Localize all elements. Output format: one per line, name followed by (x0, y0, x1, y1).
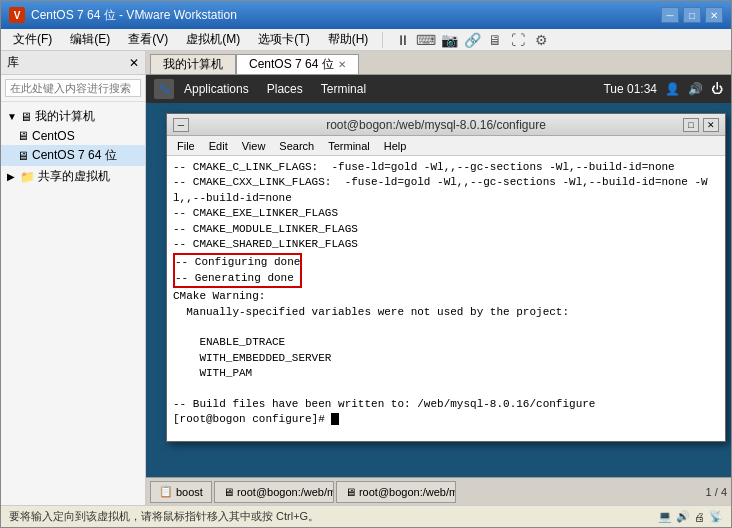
term-line-generating: -- Generating done (175, 271, 300, 286)
menu-view[interactable]: 查看(V) (120, 29, 176, 50)
vm-clock: Tue 01:34 (603, 82, 657, 96)
vm-taskbar-bottom: 📋 boost 🖥 root@bogon:/web/mysql-8.0.16/.… (146, 477, 731, 505)
term-line-blank1 (173, 320, 719, 335)
term-line-6: -- CMAKE_SHARED_LINKER_FLAGS (173, 237, 719, 252)
tab-my-computer-label: 我的计算机 (163, 56, 223, 73)
terminal-titlebar: ─ root@bogon:/web/mysql-8.0.16/configure… (167, 114, 725, 136)
tree-item-centos[interactable]: 🖥 CentOS (1, 127, 145, 145)
term-line-pam: WITH_PAM (173, 366, 719, 381)
term-line-build: -- Build files have been written to: /we… (173, 397, 719, 412)
sidebar-tree: ▼ 🖥 我的计算机 🖥 CentOS 🖥 CentOS 7 64 位 ▶ 📁 共… (1, 102, 145, 505)
vm-power-icon[interactable]: ⏻ (711, 82, 723, 96)
terminal-cursor (331, 413, 339, 425)
status-right: 💻 🔊 🖨 📡 (658, 510, 723, 523)
tab-my-computer[interactable]: 我的计算机 (150, 54, 236, 74)
term-menu-view[interactable]: View (236, 139, 272, 153)
term-menu-file[interactable]: File (171, 139, 201, 153)
tree-item-centos64[interactable]: 🖥 CentOS 7 64 位 (1, 145, 145, 166)
tree-item-shared[interactable]: ▶ 📁 共享的虚拟机 (1, 166, 145, 187)
tree-icon-my-computer: 🖥 (20, 110, 32, 124)
sidebar-title: 库 (7, 54, 19, 71)
taskbar-terminal2-icon: 🖥 (345, 486, 356, 498)
taskbar-btn-boost[interactable]: 📋 boost (150, 481, 212, 503)
network-icon[interactable]: 🔗 (462, 30, 482, 50)
term-line-2: -- CMAKE_CXX_LINK_FLAGS: -fuse-ld=gold -… (173, 175, 719, 190)
send-keys-icon[interactable]: ⌨ (416, 30, 436, 50)
menu-vm[interactable]: 虚拟机(M) (178, 29, 248, 50)
sidebar-close[interactable]: ✕ (129, 56, 139, 70)
status-icon4: 📡 (709, 510, 723, 523)
term-line-1: -- CMAKE_C_LINK_FLAGS: -fuse-ld=gold -Wl… (173, 160, 719, 175)
vm-menu-places[interactable]: Places (259, 80, 311, 98)
menu-help[interactable]: 帮助(H) (320, 29, 377, 50)
tree-item-my-computer[interactable]: ▼ 🖥 我的计算机 (1, 106, 145, 127)
vm-sound-icon: 🔊 (688, 82, 703, 96)
window-controls: ─ □ ✕ (661, 7, 723, 23)
tree-icon-centos: 🖥 (17, 129, 29, 143)
term-line-dtrace: ENABLE_DTRACE (173, 335, 719, 350)
term-line-blank2 (173, 381, 719, 396)
tab-close-icon[interactable]: ✕ (338, 59, 346, 70)
vm-taskbar-top: 🐾 Applications Places Terminal Tue 01:34… (146, 75, 731, 103)
menu-file[interactable]: 文件(F) (5, 29, 60, 50)
sidebar-header: 库 ✕ (1, 51, 145, 75)
taskbar-terminal1-icon: 🖥 (223, 486, 234, 498)
taskbar-btn-terminal2[interactable]: 🖥 root@bogon:/web/mysql-8.0.16/... (336, 481, 456, 503)
term-line-configuring: -- Configuring done (175, 255, 300, 270)
taskbar-btn-terminal1[interactable]: 🖥 root@bogon:/web/mysql-8.0.16/... (214, 481, 334, 503)
vm-app-icon: 🐾 (154, 79, 174, 99)
vm-user-icon: 👤 (665, 82, 680, 96)
settings-icon[interactable]: ⚙ (531, 30, 551, 50)
term-menu-help[interactable]: Help (378, 139, 413, 153)
term-menu-edit[interactable]: Edit (203, 139, 234, 153)
terminal-window: ─ root@bogon:/web/mysql-8.0.16/configure… (166, 113, 726, 442)
tab-centos64[interactable]: CentOS 7 64 位 ✕ (236, 54, 359, 74)
display-icon[interactable]: 🖥 (485, 30, 505, 50)
toolbar-icons: ⏸ ⌨ 📷 🔗 🖥 ⛶ ⚙ (393, 30, 551, 50)
term-close-btn[interactable]: ✕ (703, 118, 719, 132)
close-button[interactable]: ✕ (705, 7, 723, 23)
status-icon3: 🖨 (694, 511, 705, 523)
fullscreen-icon[interactable]: ⛶ (508, 30, 528, 50)
snapshot-icon[interactable]: 📷 (439, 30, 459, 50)
vm-menu-terminal[interactable]: Terminal (313, 80, 374, 98)
taskbar-boost-label: boost (176, 486, 203, 498)
pause-icon[interactable]: ⏸ (393, 30, 413, 50)
tree-label-my-computer: 我的计算机 (35, 108, 95, 125)
sidebar: 库 ✕ ▼ 🖥 我的计算机 🖥 CentOS 🖥 CentOS 7 64 (1, 51, 146, 505)
minimize-button[interactable]: ─ (661, 7, 679, 23)
taskbar-page: 1 / 4 (706, 486, 727, 498)
title-bar: V CentOS 7 64 位 - VMware Workstation ─ □… (1, 1, 731, 29)
status-icon2: 🔊 (676, 510, 690, 523)
vm-app-menu: 🐾 Applications Places Terminal (154, 79, 374, 99)
terminal-body[interactable]: -- CMAKE_C_LINK_FLAGS: -fuse-ld=gold -Wl… (167, 156, 725, 441)
terminal-controls-right: □ ✕ (683, 118, 719, 132)
search-input[interactable] (5, 79, 141, 97)
window-title: CentOS 7 64 位 - VMware Workstation (31, 7, 661, 24)
main-content: 库 ✕ ▼ 🖥 我的计算机 🖥 CentOS 🖥 CentOS 7 64 (1, 51, 731, 505)
maximize-button[interactable]: □ (683, 7, 701, 23)
menu-separator (382, 32, 383, 48)
term-line-manually: Manually-specified variables were not us… (173, 305, 719, 320)
menu-tab[interactable]: 选项卡(T) (250, 29, 317, 50)
vm-menu-applications[interactable]: Applications (176, 80, 257, 98)
term-line-cmake-warning: CMake Warning: (173, 289, 719, 304)
tab-centos64-label: CentOS 7 64 位 (249, 56, 334, 73)
vm-top-right: Tue 01:34 👤 🔊 ⏻ (603, 82, 723, 96)
app-icon: V (9, 7, 25, 23)
tree-label-shared: 共享的虚拟机 (38, 168, 110, 185)
menu-edit[interactable]: 编辑(E) (62, 29, 118, 50)
taskbar-terminal1-label: root@bogon:/web/mysql-8.0.16/... (237, 486, 334, 498)
term-minimize-btn[interactable]: ─ (173, 118, 189, 132)
tree-icon-shared: 📁 (20, 170, 35, 184)
vmware-status-bar: 要将输入定向到该虚拟机，请将鼠标指针移入其中或按 Ctrl+G。 💻 🔊 🖨 📡 (1, 505, 731, 527)
term-line-3: l,,--build-id=none (173, 191, 719, 206)
terminal-controls-left: ─ (173, 118, 189, 132)
term-menu-terminal[interactable]: Terminal (322, 139, 376, 153)
tree-icon-centos64: 🖥 (17, 149, 29, 163)
vm-desktop: ─ root@bogon:/web/mysql-8.0.16/configure… (146, 103, 731, 477)
term-maximize-btn[interactable]: □ (683, 118, 699, 132)
status-icon1: 💻 (658, 510, 672, 523)
tree-expand-shared-icon: ▶ (7, 171, 17, 182)
term-menu-search[interactable]: Search (273, 139, 320, 153)
